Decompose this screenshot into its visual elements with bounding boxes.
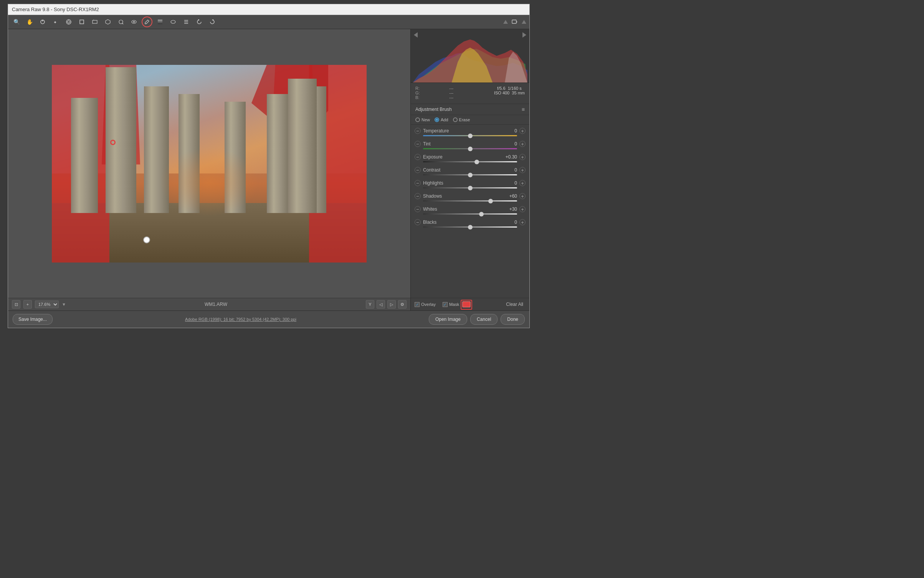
tint-increase-button[interactable]: + [519, 141, 526, 147]
adjustment-pin-active[interactable] [110, 140, 116, 145]
exposure-thumb[interactable] [474, 160, 479, 164]
mode-add-radio[interactable] [435, 117, 439, 122]
mode-erase[interactable]: Erase [453, 117, 470, 122]
mask-checkbox[interactable]: ✓ [443, 302, 448, 307]
sliders-area: − Temperature 0 + − Tint [411, 125, 529, 298]
contrast-decrease-button[interactable]: − [415, 167, 421, 173]
fullscreen-button[interactable]: ⊡ [12, 300, 20, 309]
transform-tool[interactable] [102, 17, 113, 27]
blacks-slider-row: − Blacks 0 + [411, 218, 529, 231]
contrast-value: 0 [503, 167, 517, 173]
svg-point-18 [171, 20, 175, 23]
highlight-clip-indicator[interactable] [522, 32, 526, 38]
rotate-ccw-tool[interactable] [194, 17, 205, 27]
straighten-tool[interactable] [89, 17, 100, 27]
graduated-filter-tool[interactable] [155, 17, 165, 27]
mode-add[interactable]: Add [435, 117, 448, 122]
hand-tool[interactable]: ✋ [24, 17, 35, 27]
exposure-increase-button[interactable]: + [519, 154, 526, 160]
settings-button[interactable]: ⚙ [398, 300, 407, 309]
shadows-thumb[interactable] [488, 199, 493, 203]
highlights-increase-button[interactable]: + [519, 180, 526, 186]
clear-all-button[interactable]: Clear All [504, 301, 526, 308]
whites-decrease-button[interactable]: − [415, 206, 421, 212]
blacks-decrease-button[interactable]: − [415, 219, 421, 225]
mode-new-radio[interactable] [415, 117, 420, 122]
panel-header: Adjustment Brush ≡ [411, 104, 529, 115]
presets-tool[interactable] [181, 17, 192, 27]
overlay-checkbox[interactable]: ✓ [415, 302, 420, 307]
blacks-value: 0 [503, 220, 517, 225]
blacks-increase-button[interactable]: + [519, 219, 526, 225]
open-image-button[interactable]: Open Image [429, 314, 467, 325]
main-area: 🔍 ✋ ✦ [8, 15, 529, 328]
aperture-value: f/5.6 [497, 86, 505, 91]
compare-before-button[interactable]: ◁ [377, 300, 385, 309]
pillar-6 [267, 94, 290, 213]
whites-increase-button[interactable]: + [519, 206, 526, 212]
shadow-clipping-warning[interactable] [503, 20, 508, 24]
pillar-5 [225, 102, 246, 213]
red-eye-tool[interactable] [129, 17, 139, 27]
highlight-clipping-warning[interactable] [522, 20, 526, 24]
tint-thumb[interactable] [468, 147, 473, 151]
target-adjust-tool[interactable] [63, 17, 74, 27]
shutter-value: 1/160 s [508, 86, 522, 91]
shadows-decrease-button[interactable]: − [415, 193, 421, 199]
blacks-thumb[interactable] [468, 225, 473, 230]
adjustment-pin-1[interactable] [143, 236, 150, 243]
expand-button[interactable]: + [23, 300, 32, 309]
tint-track[interactable] [423, 148, 517, 149]
preview-toggle-button[interactable]: Y [366, 300, 374, 309]
contrast-thumb[interactable] [468, 173, 473, 177]
temperature-decrease-button[interactable]: − [415, 128, 421, 134]
shadows-increase-button[interactable]: + [519, 193, 526, 199]
white-balance-tool[interactable] [37, 17, 48, 27]
save-image-button[interactable]: Save Image... [13, 314, 53, 325]
highlights-decrease-button[interactable]: − [415, 180, 421, 186]
shadow-clip-indicator[interactable] [414, 32, 418, 38]
zoom-tool[interactable]: 🔍 [11, 17, 22, 27]
highlights-thumb[interactable] [468, 186, 473, 190]
highlights-slider-row: − Highlights 0 + [411, 178, 529, 192]
exposure-track[interactable] [423, 161, 517, 162]
blacks-track[interactable] [423, 226, 517, 228]
r-value: --- [449, 86, 464, 91]
cancel-button[interactable]: Cancel [470, 314, 498, 325]
whites-track[interactable] [423, 213, 517, 215]
zoom-select[interactable]: 17.6% [35, 301, 59, 308]
color-sampler-tool[interactable]: ✦ [50, 17, 61, 27]
histogram-area [411, 29, 529, 83]
pillar-3 [144, 86, 169, 213]
highlights-track[interactable] [423, 187, 517, 188]
svg-rect-10 [93, 20, 97, 23]
compare-after-button[interactable]: ▷ [387, 300, 396, 309]
shadows-track[interactable] [423, 200, 517, 201]
radial-filter-tool[interactable] [168, 17, 179, 27]
svg-line-14 [122, 23, 123, 24]
svg-point-1 [42, 20, 43, 21]
temperature-thumb[interactable] [468, 134, 473, 138]
panel-menu-icon[interactable]: ≡ [522, 106, 525, 112]
contrast-track[interactable] [423, 174, 517, 175]
crop-tool[interactable] [76, 17, 87, 27]
rotate-cw-tool[interactable] [207, 17, 218, 27]
mode-erase-radio[interactable] [453, 117, 458, 122]
whites-thumb[interactable] [479, 212, 484, 216]
spot-removal-tool[interactable] [116, 17, 126, 27]
mode-new[interactable]: New [415, 117, 430, 122]
mask-color-swatch[interactable] [462, 301, 471, 307]
exposure-decrease-button[interactable]: − [415, 154, 421, 160]
temperature-increase-button[interactable]: + [519, 128, 526, 134]
export-settings-button[interactable] [509, 17, 520, 27]
file-info-label[interactable]: Adobe RGB (1998); 16 bit; 7952 by 5304 (… [185, 317, 296, 322]
histogram-chart [411, 29, 529, 83]
tint-decrease-button[interactable]: − [415, 141, 421, 147]
g-label: G: [415, 91, 420, 95]
photo-canvas[interactable] [52, 65, 367, 263]
done-button[interactable]: Done [501, 314, 525, 325]
contrast-increase-button[interactable]: + [519, 167, 526, 173]
highlights-value: 0 [503, 180, 517, 186]
adjustment-brush-tool[interactable] [142, 17, 152, 27]
temperature-track[interactable] [423, 135, 517, 136]
